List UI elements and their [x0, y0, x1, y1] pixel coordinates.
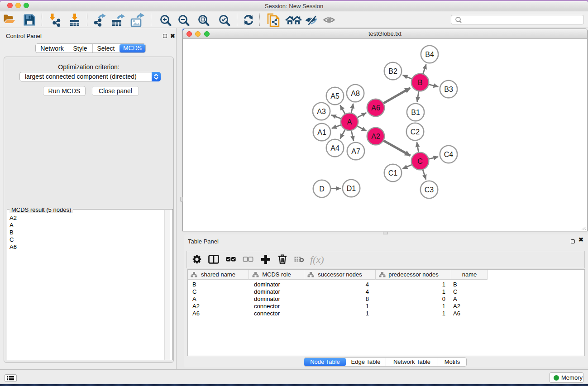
svg-text:B2: B2 — [388, 67, 397, 75]
svg-text:D1: D1 — [347, 185, 356, 192]
svg-text:A3: A3 — [317, 108, 326, 115]
svg-text:A5: A5 — [330, 92, 339, 100]
svg-text:B1: B1 — [411, 109, 420, 116]
svg-text:B: B — [418, 79, 423, 86]
svg-text:C: C — [417, 157, 423, 165]
svg-text:C3: C3 — [425, 186, 434, 194]
svg-text:C2: C2 — [411, 128, 420, 136]
svg-text:f(x): f(x) — [310, 254, 324, 265]
svg-text:B4: B4 — [425, 51, 434, 58]
svg-text:A8: A8 — [351, 90, 360, 97]
svg-text:A1: A1 — [317, 129, 326, 136]
svg-text:A2: A2 — [371, 133, 380, 140]
svg-text:C4: C4 — [444, 151, 454, 158]
svg-text:A7: A7 — [351, 148, 360, 155]
svg-text:A6: A6 — [371, 104, 380, 112]
svg-text:A4: A4 — [330, 144, 339, 152]
svg-text:A: A — [347, 118, 352, 126]
svg-text:C1: C1 — [388, 169, 398, 177]
svg-text:D: D — [319, 185, 325, 193]
svg-text:B3: B3 — [444, 86, 453, 93]
